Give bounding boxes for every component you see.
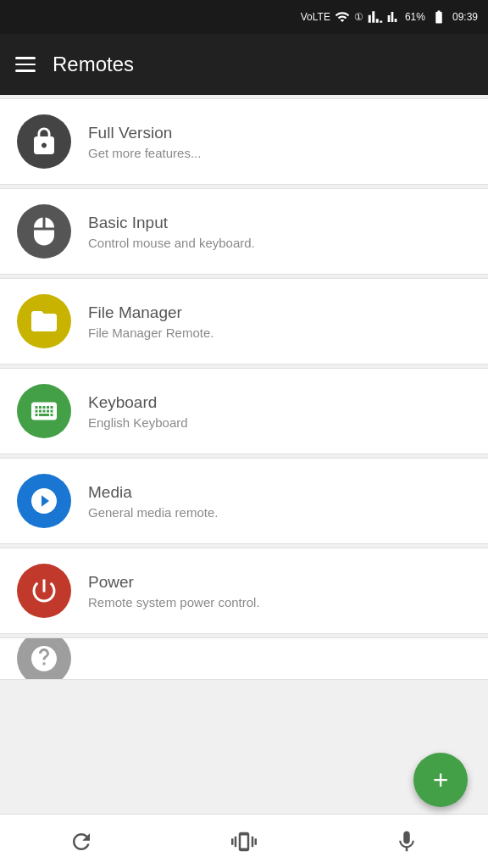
status-bar: VoLTE ① 61% 09:39	[0, 0, 488, 34]
full-version-icon-circle	[17, 114, 71, 169]
phone-vibrate-icon	[231, 829, 257, 854]
mic-button[interactable]	[325, 815, 488, 868]
menu-button[interactable]	[15, 57, 36, 72]
keyboard-icon	[29, 396, 59, 426]
wifi-icon	[335, 9, 350, 25]
media-icon-circle	[17, 474, 71, 528]
sim-icon: ①	[354, 11, 363, 23]
list-item[interactable]	[0, 637, 488, 680]
keyboard-icon-circle	[17, 384, 71, 438]
power-text: Power Remote system power control.	[88, 573, 260, 609]
file-manager-title: File Manager	[88, 303, 214, 322]
page-title: Remotes	[53, 53, 134, 76]
refresh-button[interactable]	[0, 815, 163, 868]
signal-type: VoLTE	[301, 11, 330, 23]
power-icon	[29, 576, 59, 606]
keyboard-title: Keyboard	[88, 393, 188, 412]
lock-icon	[29, 126, 59, 157]
power-title: Power	[88, 573, 260, 592]
file-manager-subtitle: File Manager Remote.	[88, 326, 214, 340]
time: 09:39	[452, 11, 478, 23]
keyboard-subtitle: English Keyboard	[88, 415, 188, 430]
phone-vibrate-button[interactable]	[163, 815, 325, 868]
full-version-title: Full Version	[88, 124, 201, 142]
remotes-list: Full Version Get more features... Basic …	[0, 98, 488, 792]
refresh-icon	[69, 829, 94, 854]
signal-icon	[368, 9, 383, 25]
full-version-text: Full Version Get more features...	[88, 124, 201, 160]
list-item[interactable]: File Manager File Manager Remote.	[0, 278, 488, 364]
list-item[interactable]: Full Version Get more features...	[0, 98, 488, 185]
play-circle-icon	[29, 486, 59, 516]
signal2-icon	[387, 10, 401, 24]
add-icon: +	[433, 766, 449, 793]
list-item[interactable]: Basic Input Control mouse and keyboard.	[0, 188, 488, 275]
status-icons: VoLTE ① 61% 09:39	[301, 9, 478, 25]
folder-icon	[29, 306, 59, 337]
basic-input-icon-circle	[17, 204, 71, 259]
list-item[interactable]: Media General media remote.	[0, 458, 488, 544]
list-item[interactable]: Keyboard English Keyboard	[0, 368, 488, 454]
full-version-subtitle: Get more features...	[88, 146, 201, 160]
file-manager-text: File Manager File Manager Remote.	[88, 303, 214, 340]
basic-input-title: Basic Input	[88, 214, 255, 232]
bottom-nav	[0, 814, 488, 868]
file-manager-icon-circle	[17, 294, 71, 348]
power-subtitle: Remote system power control.	[88, 595, 260, 609]
media-text: Media General media remote.	[88, 483, 218, 520]
unknown-icon	[29, 643, 59, 674]
battery-text: 61%	[405, 11, 425, 23]
media-subtitle: General media remote.	[88, 505, 218, 520]
list-item[interactable]: Power Remote system power control.	[0, 548, 488, 634]
unknown-icon-circle	[17, 637, 71, 680]
app-bar: Remotes	[0, 34, 488, 95]
power-icon-circle	[17, 564, 71, 618]
mouse-icon	[29, 216, 59, 247]
battery-icon	[430, 9, 448, 25]
media-title: Media	[88, 483, 218, 502]
mic-icon	[394, 829, 419, 854]
add-remote-fab[interactable]: +	[413, 753, 468, 807]
basic-input-text: Basic Input Control mouse and keyboard.	[88, 214, 255, 250]
keyboard-text: Keyboard English Keyboard	[88, 393, 188, 430]
basic-input-subtitle: Control mouse and keyboard.	[88, 236, 255, 250]
